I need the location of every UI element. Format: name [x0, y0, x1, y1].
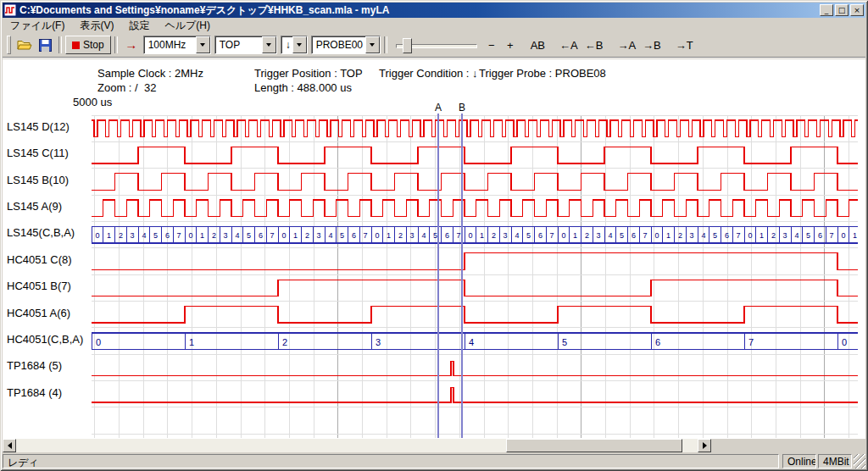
statusbar: レディ Online 4MBit	[3, 454, 865, 468]
resize-grip[interactable]	[854, 454, 865, 468]
stop-label: Stop	[83, 39, 104, 51]
toolbar-separator	[58, 36, 62, 53]
maximize-button[interactable]: □	[835, 4, 849, 16]
triangle-down-icon	[266, 43, 271, 47]
toolbar: Stop → 100MHzTOP↓PROBE00 −+AB←A←B→A→B→T	[3, 33, 865, 58]
scrollbar-thumb[interactable]	[506, 439, 682, 452]
toolbar-buttons: −+AB←A←B→A→B→T	[482, 36, 697, 54]
status-online: Online	[782, 454, 816, 468]
open-file-button[interactable]	[14, 36, 35, 54]
channel-label-tp1684-5[interactable]: TP1684 (5)	[7, 359, 90, 378]
save-button[interactable]	[35, 36, 55, 54]
window-title: C:¥Documents and Settings¥noname¥デスクトップ¥…	[19, 3, 820, 18]
titlebar: C:¥Documents and Settings¥noname¥デスクトップ¥…	[3, 3, 865, 18]
trigger-probe-select[interactable]: PROBE00	[311, 36, 381, 54]
chevron-down-icon[interactable]	[262, 36, 276, 53]
trigger-probe-select-value: PROBE00	[312, 39, 365, 51]
triangle-down-icon	[370, 43, 375, 47]
trigger-edge-select[interactable]: ↓	[281, 36, 308, 54]
set-b-button[interactable]: →B	[639, 36, 665, 54]
close-button[interactable]: ×	[850, 4, 864, 16]
zoom-slider[interactable]	[394, 36, 479, 54]
zoom-text: Zoom : / 32	[97, 81, 156, 94]
zoom-out-button[interactable]: −	[482, 36, 501, 54]
trigger-probe-text: Trigger Probe : PROBE08	[479, 67, 606, 80]
goto-trigger-button[interactable]: →T	[672, 36, 697, 54]
status-memory: 4MBit	[818, 454, 852, 468]
status-message: レディ	[3, 454, 779, 468]
minimize-button[interactable]: _	[820, 4, 833, 16]
run-button[interactable]: →	[121, 36, 142, 54]
triangle-left-icon	[8, 442, 12, 449]
chevron-down-icon[interactable]	[292, 36, 307, 53]
set-a-button[interactable]: →A	[614, 36, 639, 54]
goto-b-button[interactable]: ←B	[581, 36, 607, 54]
app-window: C:¥Documents and Settings¥noname¥デスクトップ¥…	[0, 0, 868, 471]
zoom-in-button[interactable]: +	[501, 36, 520, 54]
stop-button[interactable]: Stop	[65, 36, 111, 54]
goto-a-button[interactable]: ←A	[556, 36, 581, 54]
scrollbar-filler	[711, 439, 865, 452]
scroll-right-button[interactable]	[698, 439, 711, 452]
channel-label-hc4051-a-6[interactable]: HC4051 A(6)	[7, 307, 90, 325]
trigger-position-text: Trigger Position : TOP	[254, 67, 363, 80]
channel-label-ls145-a-9[interactable]: LS145 A(9)	[7, 200, 90, 219]
channel-label-ls145-d-12[interactable]: LS145 D(12)	[7, 120, 90, 139]
app-icon	[4, 4, 16, 16]
menubar: ファイル(F)表示(V)設定ヘルプ(H)	[3, 18, 865, 33]
stop-icon	[72, 42, 80, 49]
channel-label-hc4051-b-7[interactable]: HC4051 B(7)	[7, 280, 90, 298]
menu-h[interactable]: ヘルプ(H)	[157, 17, 218, 35]
channel-label-ls145-b-10[interactable]: LS145 B(10)	[7, 174, 90, 192]
toolbar-separator	[384, 36, 387, 53]
waveform-plot[interactable]	[92, 102, 858, 438]
scroll-left-button[interactable]	[3, 439, 16, 452]
ab-button[interactable]: AB	[527, 36, 548, 54]
window-controls: _ □ ×	[820, 4, 864, 16]
trigger-condition-text: Trigger Condition : ↓	[379, 67, 478, 80]
zoom-slider-thumb[interactable]	[403, 38, 412, 53]
menu-[interactable]: 設定	[121, 17, 157, 35]
floppy-disk-icon	[39, 39, 52, 52]
toolbar-separator	[114, 36, 118, 53]
channel-label-tp1684-4[interactable]: TP1684 (4)	[7, 386, 90, 405]
folder-open-icon	[17, 39, 32, 51]
sample-rate-select[interactable]: 100MHz	[143, 36, 211, 54]
chevron-down-icon[interactable]	[196, 36, 210, 53]
channel-label-hc4051-c-8[interactable]: HC4051 C(8)	[7, 253, 90, 272]
horizontal-scrollbar[interactable]	[3, 439, 711, 452]
channel-label-ls145-c-11[interactable]: LS145 C(11)	[7, 147, 90, 165]
sample-rate-select-value: 100MHz	[144, 39, 196, 51]
toolbar-dropdowns: 100MHzTOP↓PROBE00	[143, 36, 381, 54]
triangle-right-icon	[703, 442, 707, 449]
trigger-position-select-value: TOP	[215, 39, 262, 51]
menu-v[interactable]: 表示(V)	[72, 17, 121, 35]
menu-f[interactable]: ファイル(F)	[3, 17, 72, 35]
channel-label-hc4051-c-b-a[interactable]: HC4051(C,B,A)	[7, 333, 90, 352]
trigger-position-select[interactable]: TOP	[214, 36, 277, 54]
channel-label-ls145-c-b-a[interactable]: LS145(C,B,A)	[7, 226, 90, 245]
sample-clock-text: Sample Clock : 2MHz	[97, 67, 203, 80]
triangle-down-icon	[200, 43, 205, 47]
triangle-down-icon	[297, 43, 302, 47]
toolbar-grip[interactable]	[7, 36, 11, 54]
length-text: Length : 488.000 us	[254, 81, 352, 94]
chevron-down-icon[interactable]	[365, 36, 380, 53]
trigger-edge-select-value: ↓	[281, 39, 292, 51]
